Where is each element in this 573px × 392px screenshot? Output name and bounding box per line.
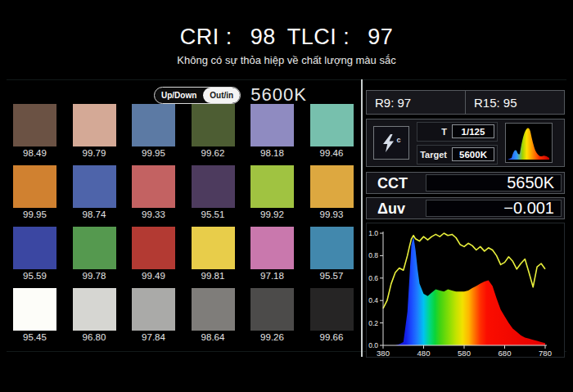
measure-mode-box: c T 1/125 Target 5600K [366,119,565,167]
swatch-value: 98.64 [192,332,235,344]
svg-text:580: 580 [458,349,471,357]
swatch-cell: 99.93 [310,165,354,221]
swatch-value: 99.95 [132,148,175,160]
panel-divider [361,79,363,357]
color-checker-grid: 98.4999.7999.9599.6298.1899.4699.9598.74… [13,104,354,344]
color-swatch-4 [192,104,235,146]
spd-chart: 1.00.80.60.40.20.0380480580680780 [366,223,565,358]
page-title: CRI :98TLCI :97 [0,25,573,50]
color-swatch-15 [132,227,175,269]
swatch-cell: 99.66 [310,288,354,344]
swatch-value: 99.49 [132,271,175,282]
swatch-value: 99.92 [250,210,294,221]
swatch-cell: 99.79 [73,104,116,160]
swatch-cell: 99.95 [13,165,56,221]
svg-text:0.2: 0.2 [368,319,378,327]
swatch-value: 95.51 [192,210,235,221]
r15-readout: R15: 95 [465,91,564,114]
svg-text:1.0: 1.0 [368,229,378,237]
cct-row: CCT 5650K [366,172,565,194]
duv-label: Δuv [377,200,405,217]
svg-text:680: 680 [499,349,512,357]
swatch-cell: 99.92 [250,165,294,221]
swatch-cell: 96.80 [73,288,116,344]
color-swatch-3 [132,104,175,146]
color-swatch-1 [13,104,56,146]
color-swatch-14 [73,227,116,269]
color-checker-header: Up/DownOut/in 5600K [154,85,307,105]
swatch-value: 99.79 [73,148,116,160]
content-top-border [7,79,566,80]
view-toggle-out-in[interactable]: Out/in [203,88,240,103]
color-swatch-16 [192,227,235,269]
color-swatch-9 [132,165,175,208]
duv-row: Δuv −0.001 [366,197,565,219]
swatch-value: 98.74 [73,210,116,221]
swatch-value: 98.49 [13,148,56,160]
swatch-cell: 98.64 [192,288,235,344]
color-swatch-24 [310,288,354,331]
tlci-label: TLCI : [287,25,350,49]
swatch-value: 95.59 [13,271,56,282]
svg-text:0.8: 0.8 [368,251,378,259]
color-swatch-13 [13,227,56,269]
spd-chart-svg: 1.00.80.60.40.20.0380480580680780 [367,223,564,357]
swatch-value: 99.95 [13,210,56,221]
swatch-cell: 99.62 [192,104,235,160]
target-value[interactable]: 5600K [452,147,494,161]
svg-text:0.4: 0.4 [368,296,378,304]
flash-mode-suffix: c [396,136,400,144]
spectrum-thumbnail-icon [505,123,553,163]
color-swatch-7 [13,165,56,208]
color-swatch-6 [310,104,354,146]
swatch-cell: 98.74 [73,165,116,221]
swatch-value: 99.93 [310,210,354,221]
swatch-cell: 95.51 [192,165,235,221]
color-swatch-10 [192,165,235,208]
kelvin-label: 5600K [250,84,307,106]
app-root: CRI :98TLCI :97 Không có sự thỏa hiệp về… [0,0,573,392]
color-swatch-11 [250,165,294,208]
svg-text:0.6: 0.6 [368,274,378,282]
color-swatch-8 [73,165,116,208]
swatch-cell: 99.26 [250,288,294,344]
color-swatch-18 [310,227,354,269]
shutter-value[interactable]: 1/125 [452,124,494,138]
lightning-icon [381,133,395,153]
flash-mode-button[interactable]: c [373,126,409,160]
r9-readout: R9: 97 [367,91,465,114]
swatch-cell: 98.18 [250,104,294,160]
cri-label: CRI : [180,25,232,49]
color-swatch-23 [250,288,294,331]
target-label: Target [420,150,447,160]
swatch-cell: 95.45 [13,288,56,344]
shutter-row: T 1/125 [417,122,498,142]
swatch-value: 97.18 [250,271,294,282]
swatch-value: 97.84 [132,332,175,344]
swatch-cell: 98.49 [13,104,56,160]
shutter-label: T [441,127,447,137]
color-swatch-21 [132,288,175,331]
swatch-cell: 99.95 [132,104,175,160]
svg-text:380: 380 [377,349,390,357]
color-swatch-22 [192,288,235,331]
color-swatch-12 [310,165,354,208]
swatch-value: 99.62 [192,148,235,160]
color-swatch-2 [73,104,116,146]
svg-text:780: 780 [539,349,552,357]
view-toggle-up-down[interactable]: Up/Down [155,88,203,103]
view-toggle[interactable]: Up/DownOut/in [154,87,241,104]
swatch-cell: 99.49 [132,227,175,282]
swatch-value: 99.33 [132,210,175,221]
swatch-value: 95.57 [310,271,354,282]
color-swatch-5 [250,104,294,146]
swatch-value: 99.78 [73,271,116,282]
swatch-cell: 99.81 [192,227,235,282]
swatch-value: 98.18 [250,148,294,160]
color-swatch-17 [250,227,294,269]
exposure-settings: T 1/125 Target 5600K [417,122,498,164]
swatch-value: 99.81 [192,271,235,282]
swatch-value: 99.26 [250,332,294,344]
swatch-value: 99.46 [310,148,354,160]
swatch-value: 99.66 [310,332,354,344]
